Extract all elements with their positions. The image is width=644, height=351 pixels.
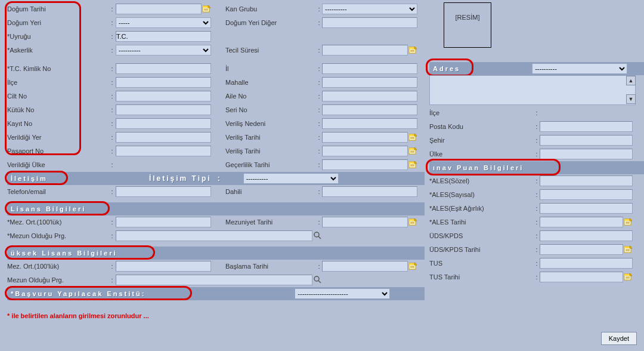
lbl-dogum-yeri: Doğum Yeri <box>7 19 109 26</box>
calendar-icon[interactable] <box>624 217 633 227</box>
calendar-icon[interactable] <box>408 261 418 271</box>
cilt-input[interactable] <box>116 91 211 101</box>
section-lisans: Lisans Bilgileri <box>7 202 425 215</box>
uyrugu-input[interactable] <box>116 31 211 42</box>
tus-tar-input[interactable] <box>540 272 623 282</box>
kutuk-input[interactable] <box>116 104 211 115</box>
lbl-sehir: Şehir <box>429 137 534 144</box>
adres-textarea[interactable] <box>429 75 636 105</box>
lbl-verildigi-ulke: Verildiği Ülke <box>7 161 109 168</box>
lbl-tus: TUS <box>429 260 534 267</box>
verilis-nedeni-input[interactable] <box>322 118 417 129</box>
ales-tar-input[interactable] <box>540 217 623 227</box>
section-adres: Adres ---------- <box>429 62 644 75</box>
ulke-input[interactable] <box>540 149 633 159</box>
lbl-verildigi-yer: Verildiği Yer <box>7 134 109 141</box>
lbl-kayit: Kayıt No <box>7 120 109 127</box>
section-sinav: ınav Puan Bilgileri <box>429 161 644 174</box>
section-yuksek-lisans: üksek Lisans Bilgileri <box>7 247 425 260</box>
yl-baslama-input[interactable] <box>322 261 408 272</box>
ales-ea-input[interactable] <box>540 203 633 214</box>
ales-soz-input[interactable] <box>540 176 633 186</box>
lbl-cilt: Cilt No <box>7 93 109 100</box>
search-icon[interactable] <box>313 231 323 241</box>
lbl-verilis-tarihi2: Veriliş Tarihi <box>225 147 316 155</box>
lbl-telefon: Telefon/email <box>7 188 109 195</box>
lbl-yl-baslama: Başlama Tarihi <box>225 263 316 270</box>
tus-input[interactable] <box>540 258 633 269</box>
verildigi-yer-input[interactable] <box>116 132 211 143</box>
mahalle-input[interactable] <box>322 77 417 88</box>
telefon-input[interactable] <box>116 186 211 197</box>
uds-input[interactable] <box>540 230 633 241</box>
calendar-icon[interactable] <box>408 45 418 55</box>
mez-prg-input[interactable] <box>116 230 312 241</box>
search-icon[interactable] <box>313 275 323 285</box>
lbl-uds-tar: ÜDS/KPDS Tarihi <box>429 246 534 253</box>
lbl-aile: Aile No <box>225 93 316 100</box>
footnote: * ile belirtilen alanların girilmesi zor… <box>7 312 425 319</box>
seri-input[interactable] <box>322 104 417 115</box>
adres-select[interactable]: ---------- <box>532 63 627 74</box>
lbl-tckn: *T.C. Kimlik No <box>7 65 109 72</box>
dogum-yeri-select[interactable]: ----- <box>116 17 211 28</box>
calendar-icon[interactable] <box>408 146 418 156</box>
dogum-yeri-diger-input[interactable] <box>322 17 417 28</box>
calendar-icon[interactable] <box>624 245 633 254</box>
verilis-tarihi2-input[interactable] <box>322 146 408 156</box>
lbl-mezuniyet-tarihi: Mezuniyet Tarihi <box>225 218 316 226</box>
lbl-ales-tar: *ALES Tarihi <box>429 218 534 226</box>
lbl-ilce: İlçe <box>7 79 109 86</box>
ales-say-input[interactable] <box>540 189 633 200</box>
lbl-gecerlilik: Geçerlilik Tarihi <box>225 161 316 168</box>
askerlik-select[interactable]: ---------- <box>116 45 211 56</box>
posta-input[interactable] <box>540 121 633 132</box>
kan-grubu-select[interactable]: ---------- <box>322 4 417 14</box>
lbl-tecil: Tecil Süresi <box>225 47 316 54</box>
lbl-pasaport: Pasaport No <box>7 147 109 155</box>
lbl-ales-say: *ALES(Sayısal) <box>429 191 534 198</box>
yl-mez-prg-input[interactable] <box>116 275 312 285</box>
lbl-mez-ort: *Mez. Ort.(100'lük) <box>7 218 109 226</box>
lbl-askerlik: *Askerlik <box>7 47 109 54</box>
kayit-input[interactable] <box>116 118 211 129</box>
pasaport-input[interactable] <box>116 146 211 156</box>
lbl-ulke: Ülke <box>429 150 534 158</box>
scroll-down-icon[interactable]: ▼ <box>626 94 636 104</box>
tecil-input[interactable] <box>322 45 408 56</box>
calendar-icon[interactable] <box>202 4 212 14</box>
il-input[interactable] <box>322 63 417 74</box>
lbl-dogum-tarihi: Doğum Tarihi <box>7 5 109 13</box>
basvuru-enstitu-select[interactable]: ----------------------- <box>295 288 390 299</box>
lbl-mahalle: Mahalle <box>225 79 316 86</box>
dahili-input[interactable] <box>322 186 417 197</box>
photo-placeholder: [RESİM] <box>444 2 491 48</box>
scroll-up-icon[interactable]: ▲ <box>626 76 636 85</box>
lbl-verilis-tarihi: Veriliş Tarihi <box>225 134 316 141</box>
gecerlilik-input[interactable] <box>322 159 408 170</box>
lbl-dahili: Dahili <box>225 188 316 195</box>
lbl-seri: Seri No <box>225 106 316 113</box>
dogum-tarihi-input[interactable] <box>116 4 202 14</box>
calendar-icon[interactable] <box>408 160 418 170</box>
lbl-verilis-nedeni: Veriliş Nedeni <box>225 120 316 127</box>
lbl-uyrugu: *Uyruğu <box>7 33 109 40</box>
mez-ort-input[interactable] <box>116 217 211 227</box>
save-button[interactable]: Kaydet <box>601 332 637 345</box>
calendar-icon[interactable] <box>624 272 633 282</box>
calendar-icon[interactable] <box>408 217 418 227</box>
sehir-input[interactable] <box>540 135 633 146</box>
iletisim-tipi-select[interactable]: ---------- <box>243 173 339 184</box>
tckn-input[interactable] <box>116 63 211 74</box>
yl-mez-ort-input[interactable] <box>116 261 211 272</box>
lbl-kan-grubu: Kan Grubu <box>225 5 316 13</box>
uds-tar-input[interactable] <box>540 244 623 255</box>
aile-input[interactable] <box>322 91 417 101</box>
verilis-tarihi-input[interactable] <box>322 132 408 143</box>
mezuniyet-tarihi-input[interactable] <box>322 217 408 227</box>
lbl-kutuk: Kütük No <box>7 106 109 113</box>
lbl-yl-mez-prg: Mezun Olduğu Prg. <box>7 276 109 284</box>
ilce-input[interactable] <box>116 77 211 88</box>
calendar-icon[interactable] <box>408 133 418 142</box>
lbl-mez-prg: *Mezun Olduğu Prg. <box>7 232 109 239</box>
